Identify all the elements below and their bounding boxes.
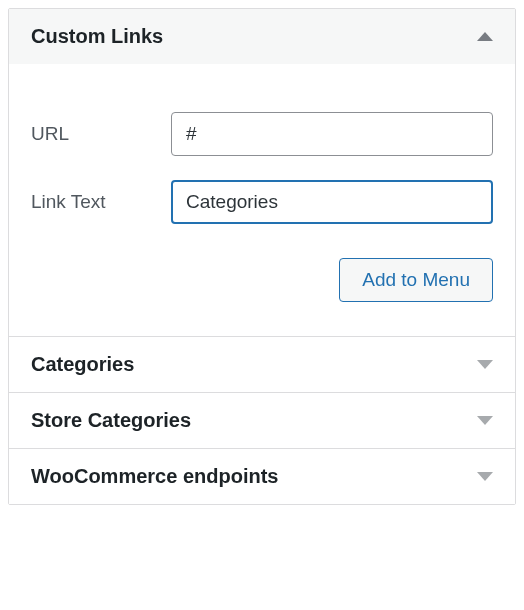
menu-accordion: Custom Links URL Link Text Add to Menu C… bbox=[8, 8, 516, 505]
woocommerce-endpoints-section: WooCommerce endpoints bbox=[9, 449, 515, 504]
store-categories-section: Store Categories bbox=[9, 393, 515, 449]
expand-icon bbox=[477, 416, 493, 425]
add-to-menu-button[interactable]: Add to Menu bbox=[339, 258, 493, 302]
link-text-row: Link Text bbox=[31, 180, 493, 224]
url-label: URL bbox=[31, 123, 171, 145]
store-categories-title: Store Categories bbox=[31, 409, 191, 432]
link-text-input[interactable] bbox=[171, 180, 493, 224]
woocommerce-endpoints-header[interactable]: WooCommerce endpoints bbox=[9, 449, 515, 504]
expand-icon bbox=[477, 472, 493, 481]
categories-title: Categories bbox=[31, 353, 134, 376]
collapse-icon bbox=[477, 32, 493, 41]
url-row: URL bbox=[31, 112, 493, 156]
expand-icon bbox=[477, 360, 493, 369]
custom-links-title: Custom Links bbox=[31, 25, 163, 48]
woocommerce-endpoints-title: WooCommerce endpoints bbox=[31, 465, 278, 488]
url-input[interactable] bbox=[171, 112, 493, 156]
button-row: Add to Menu bbox=[31, 258, 493, 302]
link-text-label: Link Text bbox=[31, 191, 171, 213]
categories-section: Categories bbox=[9, 337, 515, 393]
custom-links-body: URL Link Text Add to Menu bbox=[9, 64, 515, 336]
categories-header[interactable]: Categories bbox=[9, 337, 515, 392]
store-categories-header[interactable]: Store Categories bbox=[9, 393, 515, 448]
custom-links-header[interactable]: Custom Links bbox=[9, 9, 515, 64]
custom-links-section: Custom Links URL Link Text Add to Menu bbox=[9, 9, 515, 337]
